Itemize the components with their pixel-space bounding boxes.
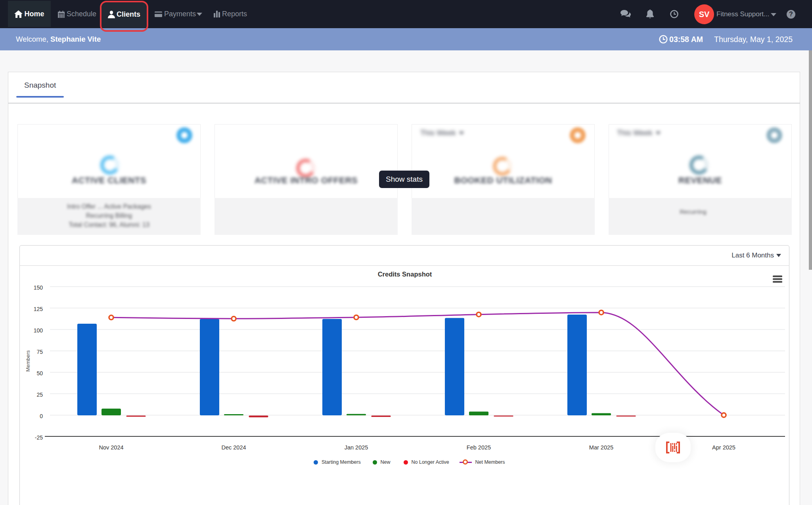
svg-text:100: 100: [34, 327, 43, 334]
svg-text:Credits Snapshot: Credits Snapshot: [378, 271, 432, 278]
svg-text:25: 25: [36, 392, 43, 398]
svg-text:Nov 2024: Nov 2024: [99, 444, 123, 451]
svg-text:Members: Members: [25, 350, 31, 372]
svg-text:Feb 2025: Feb 2025: [467, 444, 491, 451]
svg-text:150: 150: [34, 284, 43, 291]
svg-text:-25: -25: [35, 434, 43, 441]
svg-text:Dec 2024: Dec 2024: [221, 444, 246, 451]
svg-text:125: 125: [34, 306, 43, 312]
svg-text:Mar 2025: Mar 2025: [589, 444, 613, 451]
svg-text:Apr 2025: Apr 2025: [712, 444, 735, 451]
svg-text:50: 50: [36, 370, 43, 376]
svg-text:0: 0: [40, 413, 43, 419]
svg-text:75: 75: [36, 349, 43, 355]
svg-text:Jan 2025: Jan 2025: [345, 444, 368, 451]
